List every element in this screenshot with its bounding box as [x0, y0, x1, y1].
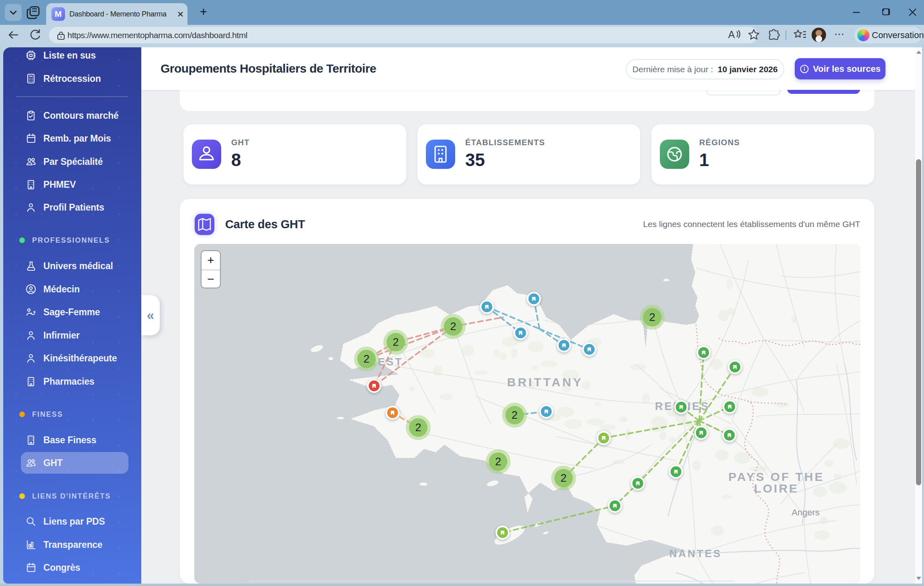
svg-text:2: 2 [415, 422, 421, 434]
svg-text:2: 2 [511, 409, 517, 421]
svg-text:Angers: Angers [792, 507, 820, 517]
svg-text:LOIRE: LOIRE [754, 482, 799, 495]
svg-text:2: 2 [450, 320, 456, 333]
svg-text:NANTES: NANTES [670, 547, 722, 560]
svg-text:2: 2 [495, 456, 501, 468]
svg-text:2: 2 [649, 311, 655, 323]
svg-text:A: A [728, 29, 735, 40]
svg-text:2: 2 [393, 336, 399, 348]
svg-text:2: 2 [560, 472, 566, 484]
svg-text:2: 2 [363, 353, 369, 365]
svg-text:BRITTANY: BRITTANY [507, 375, 583, 389]
